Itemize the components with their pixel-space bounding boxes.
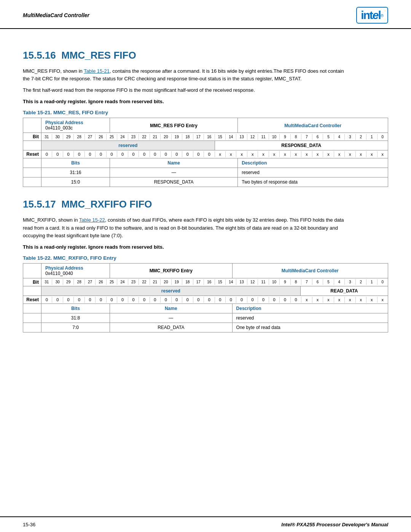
footer-doc-title: Intel® PXA255 Processor Developer's Manu… bbox=[281, 522, 388, 527]
page-header: MultiMediaCard Controller intel® bbox=[0, 0, 411, 29]
bit-label-1521: Bit bbox=[23, 133, 41, 141]
desc-row-1522-0: 31:8 — reserved bbox=[23, 313, 388, 323]
reset-label-1522: Reset bbox=[23, 296, 41, 304]
desc-name-1521-1: RESPONSE_DATA bbox=[110, 177, 238, 187]
bit-numbers-row-1521: Bit 31 30 29 28 27 26 25 24 bbox=[23, 133, 388, 141]
desc-bits-1521-1: 15:0 bbox=[41, 177, 110, 187]
main-content: 15.5.16 MMC_RES FIFO MMC_RES FIFO, shown… bbox=[0, 29, 411, 348]
phys-addr-value-1521: 0x4110_003c bbox=[45, 125, 106, 131]
desc-desc-1522-1: One byte of read data bbox=[232, 323, 388, 332]
desc-desc-header-1522: Description bbox=[232, 304, 388, 313]
desc-name-header: Name bbox=[110, 158, 238, 168]
table-link-22[interactable]: Table 15-22 bbox=[79, 217, 105, 223]
footer-page-number: 15-36 bbox=[23, 522, 35, 527]
section-1516-body2: The first half-word read from the respon… bbox=[23, 86, 350, 94]
desc-row-1521-1: 15:0 RESPONSE_DATA Two bytes of response… bbox=[23, 177, 388, 187]
desc-desc-1521-1: Two bytes of response data bbox=[238, 177, 388, 187]
desc-desc-1522-0: reserved bbox=[232, 313, 388, 323]
bit-numbers-row-1522: Bit 31 30 29 28 27 26 25 24 bbox=[23, 278, 388, 286]
desc-desc-1521-0: reserved bbox=[238, 168, 388, 177]
entry-label-1521: MMC_RES FIFO Entry bbox=[150, 123, 198, 128]
desc-bits-1522-1: 7:0 bbox=[41, 323, 110, 332]
controller-label-1522: MultiMediaCard Controller bbox=[282, 268, 339, 273]
section-1516-heading: 15.5.16 MMC_RES FIFO bbox=[23, 50, 388, 61]
desc-desc-header: Description bbox=[238, 158, 388, 168]
reset-row-1522: Reset 0 0 0 0 0 0 0 0 0 bbox=[23, 296, 388, 304]
field-labels-row-1522: reserved READ_DATA bbox=[23, 286, 388, 296]
desc-bits-1522-0: 31:8 bbox=[41, 313, 110, 323]
desc-bits-1521-0: 31:16 bbox=[41, 168, 110, 177]
page: MultiMediaCard Controller intel® 15.5.16… bbox=[0, 0, 411, 532]
register-table-1521: Physical Address 0x4110_003c MMC_RES FIF… bbox=[23, 118, 388, 187]
phys-addr-label-1521: Physical Address bbox=[45, 120, 106, 125]
controller-label-1521: MultiMediaCard Controller bbox=[284, 123, 341, 128]
intel-logo: intel® bbox=[356, 7, 388, 24]
desc-name-1522-1: READ_DATA bbox=[110, 323, 233, 332]
response-data-label-1521: RESPONSE_DATA bbox=[215, 141, 388, 150]
reset-row-1521: Reset 0 0 0 0 0 0 0 0 0 bbox=[23, 150, 388, 158]
section-1517: 15.5.17 MMC_RXFIFO FIFO MMC_RXFIFO, show… bbox=[23, 198, 388, 332]
desc-header-1521: Bits Name Description bbox=[23, 158, 388, 168]
bit-label-1522: Bit bbox=[23, 278, 41, 286]
page-footer: 15-36 Intel® PXA255 Processor Developer'… bbox=[0, 516, 411, 532]
section-1516-body1: MMC_RES FIFO, shown in Table 15-21, cont… bbox=[23, 67, 350, 83]
read-data-label-1522: READ_DATA bbox=[301, 286, 388, 296]
table-link-21[interactable]: Table 15-21 bbox=[84, 68, 110, 74]
desc-name-1521-0: — bbox=[110, 168, 238, 177]
phys-addr-label-1522: Physical Address bbox=[45, 265, 106, 271]
desc-name-1522-0: — bbox=[110, 313, 233, 323]
section-1516-bold: This is a read-only register. Ignore rea… bbox=[23, 99, 388, 104]
reset-label-1521: Reset bbox=[23, 150, 41, 158]
reserved-label-1521: reserved bbox=[41, 141, 215, 150]
table-1522-heading: Table 15-22. MMC_RXFIFO, FIFO Entry bbox=[23, 255, 388, 261]
desc-row-1522-1: 7:0 READ_DATA One byte of read data bbox=[23, 323, 388, 332]
section-1516: 15.5.16 MMC_RES FIFO MMC_RES FIFO, shown… bbox=[23, 50, 388, 187]
desc-header-1522: Bits Name Description bbox=[23, 304, 388, 313]
table-1521: Physical Address 0x4110_003c MMC_RES FIF… bbox=[23, 118, 388, 187]
header-title: MultiMediaCard Controller bbox=[23, 12, 89, 18]
table-1522: Physical Address 0x4110_0040 MMC_RXFIFO … bbox=[23, 263, 388, 332]
reg-header-row: Physical Address 0x4110_003c MMC_RES FIF… bbox=[23, 118, 388, 133]
table-1521-heading: Table 15-21. MMC_RES, FIFO Entry bbox=[23, 110, 388, 115]
phys-addr-value-1522: 0x4110_0040 bbox=[45, 271, 106, 276]
entry-label-1522: MMC_RXFIFO Entry bbox=[150, 268, 193, 273]
section-1517-bold: This is a read-only register. Ignore rea… bbox=[23, 244, 388, 250]
desc-row-1521-0: 31:16 — reserved bbox=[23, 168, 388, 177]
reg-header-row-1522: Physical Address 0x4110_0040 MMC_RXFIFO … bbox=[23, 263, 388, 278]
desc-name-header-1522: Name bbox=[110, 304, 233, 313]
field-labels-row-1521: reserved RESPONSE_DATA bbox=[23, 141, 388, 150]
desc-bits-header-1522: Bits bbox=[41, 304, 110, 313]
bit-31: 31 bbox=[41, 134, 52, 140]
reserved-label-1522: reserved bbox=[41, 286, 301, 296]
section-1517-body1: MMC_RXFIFO, shown in Table 15-22, consis… bbox=[23, 216, 350, 239]
desc-bits-header: Bits bbox=[41, 158, 110, 168]
register-table-1522: Physical Address 0x4110_0040 MMC_RXFIFO … bbox=[23, 263, 388, 332]
section-1517-heading: 15.5.17 MMC_RXFIFO FIFO bbox=[23, 198, 388, 210]
logo-text: intel bbox=[361, 9, 381, 21]
